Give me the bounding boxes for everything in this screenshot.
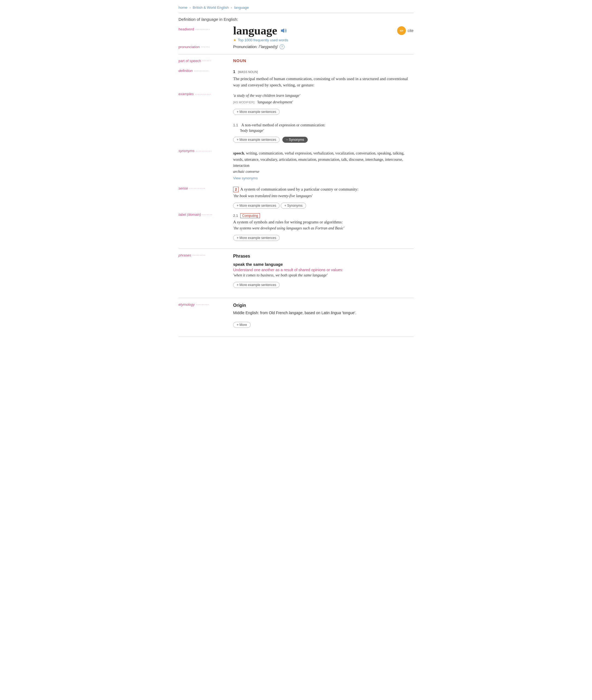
modifier-example: [AS MODIFIER]: 'language development' xyxy=(233,99,413,105)
sense-2-btns: + More example sentences + Synonyms xyxy=(233,200,413,211)
french-word: langage xyxy=(289,311,303,315)
sub-sense-num-2-1: 2.1 xyxy=(233,214,238,218)
breadcrumb-section[interactable]: British & World English xyxy=(193,5,229,10)
pronunciation-label-col: pronunciation ······ xyxy=(179,45,233,49)
subsense-2-1-header: 2.1 Computing xyxy=(233,213,413,218)
example-text-1a: 'a study of the way children learn langu… xyxy=(233,94,413,98)
section-divider xyxy=(179,54,413,54)
headword-content-col: language ✏ cite xyxy=(233,24,413,37)
etymology-label-col: etymology ········· xyxy=(179,302,233,307)
audio-icon[interactable] xyxy=(280,27,288,34)
phrase-definition: Understand one another as a result of sh… xyxy=(233,268,413,272)
phrase-example: 'when it comes to business, we both spea… xyxy=(233,273,413,278)
sense-2-content: 2 A system of communication used by a pa… xyxy=(233,186,413,212)
modifier-example-text: 'language development' xyxy=(257,100,293,104)
pos-row: part of speech ······ NOUN xyxy=(179,58,413,63)
subsense-2-1-row: label (domain) ······· 2.1 Computing A s… xyxy=(179,212,413,244)
more-examples-btn-1[interactable]: + More example sentences xyxy=(233,109,280,115)
etymology-divider xyxy=(179,298,413,298)
definition-text-1: The principal method of human communicat… xyxy=(233,76,413,88)
pronunciation-label: pronunciation xyxy=(179,45,200,49)
cite-label: cite xyxy=(407,29,413,33)
domain-label-col: label (domain) ······· xyxy=(179,212,233,217)
modifier-label: [AS MODIFIER]: xyxy=(233,101,255,104)
computing-domain-label: Computing xyxy=(240,213,260,218)
first-synonym: speech xyxy=(233,151,244,155)
etymology-more-btn[interactable]: + More xyxy=(233,322,251,328)
breadcrumb-entry[interactable]: language xyxy=(234,5,249,10)
subsense-1-1-content: 1.1 A non-verbal method of expression or… xyxy=(233,118,413,148)
pos-label: part of speech xyxy=(179,59,201,63)
cite-circle-icon: ✏ xyxy=(397,26,406,35)
origin-header: Origin xyxy=(233,303,413,308)
sense-tag-1: [MASS NOUN] xyxy=(238,70,258,74)
top1000-link[interactable]: Top 1000 frequently used words xyxy=(238,38,288,42)
sense-2-block: sense ··········· 2 A system of communic… xyxy=(179,186,413,244)
synonyms-label-col: synonyms ··········· xyxy=(179,148,233,153)
subsense-def-1-1: A non-verbal method of expression or com… xyxy=(241,123,325,127)
help-icon[interactable]: ? xyxy=(280,44,285,49)
headword-word: language xyxy=(233,24,277,37)
subsense-2-1-btns: + More example sentences xyxy=(233,233,413,243)
definition-of-label: Definition of language in English: xyxy=(179,17,413,21)
star-icon: ★ xyxy=(233,38,236,42)
svg-marker-0 xyxy=(281,29,284,33)
subsense-2-1-example: 'the systems were developed using langua… xyxy=(233,226,413,231)
top-divider xyxy=(179,13,413,13)
definition-content-1: 1 [MASS NOUN] The principal method of hu… xyxy=(233,68,413,91)
etymology-content: Origin Middle English: from Old French l… xyxy=(233,302,413,331)
phrases-divider xyxy=(179,248,413,249)
breadcrumb-home[interactable]: home xyxy=(179,5,188,10)
subsense-example-1-1: 'body language' xyxy=(240,129,413,133)
sub-sense-num-1-1: 1.1 xyxy=(233,123,238,127)
synonyms-row-1: synonyms ··········· speech, writing, co… xyxy=(179,148,413,181)
examples-row-1: examples ··········· 'a study of the way… xyxy=(179,91,413,118)
origin-text: Middle English: from Old French langage,… xyxy=(233,310,413,316)
headword-label-col: headword ·········· xyxy=(179,24,233,31)
pos-label-col: part of speech ······ xyxy=(179,59,233,63)
synonyms-btn-2[interactable]: + Synonyms xyxy=(281,203,306,208)
pronunciation-content: Pronunciation: /ˈlaŋɡwɪdʒ/ ? xyxy=(233,44,285,49)
sense-1-block: definition ·········· 1 [MASS NOUN] The … xyxy=(179,68,413,181)
phrase-btns: + More example sentences xyxy=(233,280,413,290)
pronunciation-row: pronunciation ······ Pronunciation: /ˈla… xyxy=(179,44,413,49)
definition-row-1: definition ·········· 1 [MASS NOUN] The … xyxy=(179,68,413,91)
headword-section: headword ·········· language ✏ cite xyxy=(179,24,413,37)
headword-label: headword xyxy=(179,27,194,31)
phrase-title: speak the same language xyxy=(233,262,413,267)
sense-num-1: 1 xyxy=(233,69,235,74)
sense-2-header: 2 A system of communication used by a pa… xyxy=(233,187,413,192)
subsense-btns-1-1: + More example sentences − Synonyms xyxy=(233,135,413,145)
phrase-more-btn[interactable]: + More example sentences xyxy=(233,282,280,288)
examples-content-1: 'a study of the way children learn langu… xyxy=(233,91,413,118)
view-synonyms-link[interactable]: View synonyms xyxy=(233,176,413,180)
more-examples-btn-2[interactable]: + More example sentences xyxy=(233,203,280,208)
sense-2-row: sense ··········· 2 A system of communic… xyxy=(179,186,413,212)
subsense-1-1-row: 1.1 A non-verbal method of expression or… xyxy=(179,118,413,148)
phrases-content: Phrases speak the same language Understa… xyxy=(233,253,413,295)
sense-label-col: sense ··········· xyxy=(179,186,233,190)
pos-value: NOUN xyxy=(233,58,246,63)
more-examples-btn-1-1[interactable]: + More example sentences xyxy=(233,137,280,143)
phrase-item: speak the same language Understand one a… xyxy=(233,262,413,290)
subsense-2-1-definition: A system of symbols and rules for writin… xyxy=(233,220,413,225)
phrases-label-col: phrases ········· xyxy=(179,253,233,257)
sense-2-example: 'the book was translated into twenty-fiv… xyxy=(233,194,413,198)
etymology-btns: + More xyxy=(233,320,413,330)
archaic-synonym: archaic converse xyxy=(233,170,259,174)
sense-num-2: 2 xyxy=(233,187,239,192)
synonyms-content-1: speech, writing, communication, verbal e… xyxy=(233,148,413,181)
breadcrumb: home › British & World English › languag… xyxy=(179,5,413,10)
more-examples-btn-2-1[interactable]: + More example sentences xyxy=(233,235,280,241)
synonyms-text: speech, writing, communication, verbal e… xyxy=(233,150,413,175)
pronunciation-text: Pronunciation: /ˈlaŋɡwɪdʒ/ xyxy=(233,45,278,49)
subsense-2-1-content: 2.1 Computing A system of symbols and ru… xyxy=(233,212,413,244)
sense-2-definition: A system of communication used by a part… xyxy=(240,187,358,192)
phrases-header: Phrases xyxy=(233,254,413,259)
synonyms-btn-1-1[interactable]: − Synonyms xyxy=(282,137,307,143)
phrases-row: phrases ········· Phrases speak the same… xyxy=(179,253,413,295)
sub-sense-1-1: 1.1 A non-verbal method of expression or… xyxy=(233,123,413,145)
definition-label-col: definition ·········· xyxy=(179,68,233,73)
etymology-row: etymology ········· Origin Middle Englis… xyxy=(179,302,413,331)
cite-button[interactable]: ✏ cite xyxy=(397,26,413,35)
